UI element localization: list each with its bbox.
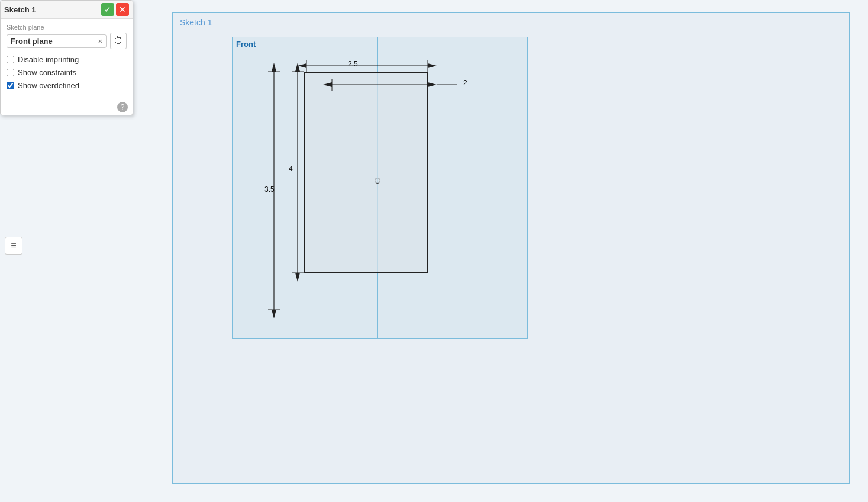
disable-imprinting-label[interactable]: Disable imprinting [18,55,79,64]
sketch-rectangle [304,72,428,273]
sketch-plane-row: Front plane × ⏱ [7,33,127,49]
show-constraints-checkbox[interactable] [7,69,14,76]
dim-2: 2 [463,79,467,87]
panel-action-buttons: ✓ ✕ [101,3,129,16]
sketch-plane-value: Front plane [11,37,95,46]
disable-imprinting-checkbox[interactable] [7,56,14,63]
clock-button[interactable]: ⏱ [110,33,127,49]
svg-marker-17 [272,63,276,72]
dim-2-5: 2.5 [348,60,358,68]
show-overdefined-checkbox[interactable] [7,82,14,89]
show-constraints-row: Show constraints [7,68,127,77]
sketch-panel: Sketch 1 ✓ ✕ Sketch plane Front plane × … [0,0,133,115]
svg-marker-1 [298,63,306,68]
panel-header: Sketch 1 ✓ ✕ [1,1,133,19]
list-icon: ≡ [11,240,16,251]
disable-imprinting-row: Disable imprinting [7,55,127,64]
panel-footer: ? [1,99,133,115]
show-overdefined-row: Show overdefined [7,81,127,90]
svg-marker-12 [295,63,300,72]
sketch-viewport[interactable]: Front [232,37,528,339]
sketch-canvas[interactable]: Sketch 1 Front [172,12,850,484]
svg-marker-2 [428,63,437,68]
confirm-button[interactable]: ✓ [101,3,114,16]
svg-marker-18 [272,310,276,318]
dim-4: 4 [289,165,293,173]
sketch-plane-label: Sketch plane [7,24,127,31]
show-constraints-label[interactable]: Show constraints [18,68,76,77]
help-button[interactable]: ? [117,102,128,112]
canvas-sketch-label: Sketch 1 [180,18,212,27]
center-point [375,178,380,184]
svg-marker-7 [428,82,437,87]
cancel-button[interactable]: ✕ [116,3,129,16]
front-label: Front [236,40,256,49]
svg-marker-13 [295,273,300,282]
dim-3-5: 3.5 [264,185,275,194]
side-menu-icon[interactable]: ≡ [5,237,22,255]
sketch-plane-field[interactable]: Front plane × [7,34,107,48]
clock-icon: ⏱ [114,36,123,46]
panel-body: Sketch plane Front plane × ⏱ Disable imp… [1,19,133,99]
plane-close-icon[interactable]: × [98,37,102,46]
show-overdefined-label[interactable]: Show overdefined [18,81,79,90]
panel-title: Sketch 1 [4,5,36,14]
